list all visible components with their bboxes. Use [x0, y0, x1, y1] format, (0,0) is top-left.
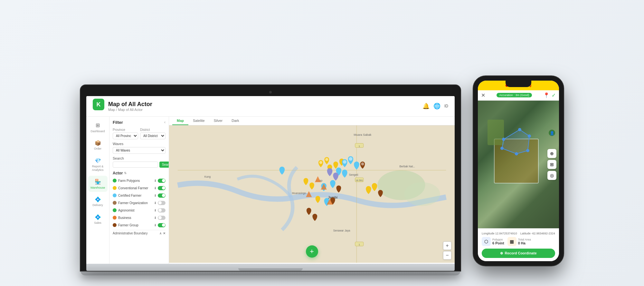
- actor-farmer-org-left: Farmer Organization: [113, 201, 148, 205]
- svg-text:Kung: Kung: [204, 175, 211, 178]
- phone-area-stat: ▦ Total Area 0 Ha: [507, 237, 531, 246]
- globe-icon[interactable]: 🌐: [433, 103, 440, 110]
- conventional-toggle[interactable]: [158, 186, 166, 190]
- language-label[interactable]: ID: [444, 104, 448, 108]
- svg-text:Berbak Nat...: Berbak Nat...: [400, 164, 415, 168]
- phone-map-orient-btn[interactable]: ⊕: [547, 149, 556, 158]
- phone-map[interactable]: 👤 ⊕ ⊞ ◎: [478, 101, 559, 228]
- map-fab[interactable]: +: [306, 245, 318, 258]
- search-button[interactable]: Search: [159, 162, 169, 168]
- actor-farmer-org: Farmer Organization ⬇: [113, 200, 166, 206]
- record-btn-label: Record Coordinate: [505, 251, 536, 255]
- polygon-icon: ⬡: [482, 237, 491, 246]
- filter-title: Filter: [113, 120, 123, 125]
- search-input[interactable]: [113, 162, 158, 168]
- phone-toolbar: ✕ Accuration : 3m (Good) 📍 ✓: [478, 90, 559, 101]
- sidebar-item-warehouse[interactable]: 🏪 Warehouse: [88, 176, 108, 192]
- business-download-icon[interactable]: ⬇: [154, 216, 156, 220]
- agronomist-name: Agronomist: [118, 209, 135, 212]
- map-area: Map Satelite Silver Dark: [169, 117, 455, 264]
- record-plus-icon: ⊕: [500, 251, 503, 255]
- area-value: 0 Ha: [518, 241, 531, 245]
- sidebar-item-sales[interactable]: 💠 Sales: [88, 211, 108, 227]
- district-select[interactable]: All District: [140, 133, 166, 139]
- admin-boundary-label: Administrative Boundary: [113, 232, 147, 235]
- svg-point-34: [500, 147, 504, 150]
- longitude-label: Longitude: [482, 232, 495, 235]
- certified-dot: [113, 193, 117, 197]
- certified-download-icon[interactable]: ⬇: [154, 194, 156, 197]
- filter-district-col: District All District: [140, 128, 166, 139]
- latitude-value: -62.9834692-2324: [531, 232, 555, 235]
- map-tab-map[interactable]: Map: [172, 117, 188, 125]
- agronomist-download-icon[interactable]: ⬇: [154, 209, 156, 212]
- notification-icon[interactable]: 🔔: [422, 103, 430, 110]
- phone-map-location-btn[interactable]: ◎: [547, 171, 556, 180]
- district-label: District: [140, 128, 166, 132]
- report-icon: 💎: [94, 157, 101, 164]
- phone-notch: [506, 81, 531, 87]
- app-title: Map of All Actor: [108, 101, 152, 108]
- header-icons: 🔔 🌐 ID: [422, 103, 448, 110]
- farmer-group-dot: [113, 223, 117, 227]
- sidebar-item-order[interactable]: 📦 Order: [88, 137, 108, 153]
- dashboard-icon: ⊞: [94, 122, 101, 129]
- svg-text:1: 1: [359, 144, 360, 147]
- farm-polygons-name: Farm Polygons: [118, 179, 140, 182]
- farmer-org-toggle[interactable]: [158, 201, 166, 205]
- farmer-org-dot: [113, 201, 117, 205]
- search-row: Search: [113, 162, 166, 168]
- svg-point-21: [343, 160, 346, 163]
- actor-agronomist-right: ⬇: [154, 208, 166, 212]
- filter-collapse-icon[interactable]: ‹: [164, 120, 166, 124]
- phone-check-icon[interactable]: ✓: [552, 92, 556, 98]
- farmer-group-download-icon[interactable]: ⬇: [154, 223, 156, 227]
- business-toggle[interactable]: [158, 216, 166, 220]
- app-logo: K: [93, 99, 104, 110]
- svg-point-2: [404, 182, 440, 206]
- farmer-group-toggle[interactable]: [158, 223, 166, 227]
- business-name: Business: [118, 216, 131, 220]
- business-dot: [113, 216, 117, 220]
- map-zoom-out[interactable]: −: [443, 251, 451, 260]
- sidebar-item-delivery[interactable]: 💠 Delivery: [88, 193, 108, 210]
- map-zoom-in[interactable]: +: [443, 242, 451, 250]
- laptop-foot: [80, 271, 460, 275]
- province-select[interactable]: All Province: [113, 133, 138, 139]
- conventional-download-icon[interactable]: ⬇: [154, 186, 156, 190]
- record-coordinate-button[interactable]: ⊕ Record Coordinate: [482, 249, 555, 258]
- phone-accuracy-badge: Accuration : 3m (Good): [497, 93, 532, 97]
- phone-screen: On Recording ✕ Accuration : 3m (Good) 📍 …: [478, 81, 559, 261]
- sidebar-item-report[interactable]: 💎 Report & Analytics: [88, 154, 108, 174]
- farm-polygons-toggle[interactable]: [158, 179, 166, 183]
- conventional-dot: [113, 186, 117, 190]
- svg-text:1: 1: [359, 243, 360, 246]
- svg-text:Sengeti: Sengeti: [349, 173, 358, 176]
- warehouse-icon: 🏪: [94, 178, 101, 185]
- phone-polygon-stat: ⬡ Polygon 6 Point: [482, 237, 504, 246]
- waves-select[interactable]: All Waves: [113, 147, 166, 154]
- actor-header: Actor ⇅: [113, 171, 166, 175]
- admin-boundary-up-icon[interactable]: ∧: [159, 232, 162, 235]
- phone-map-layers-btn[interactable]: ⊞: [547, 160, 556, 169]
- svg-marker-28: [502, 130, 529, 154]
- map-tab-dark[interactable]: Dark: [227, 117, 243, 125]
- actor-farm-polygons-right: ⬇: [154, 179, 166, 183]
- filter-header: Filter ‹: [113, 120, 166, 125]
- area-icon: ▦: [507, 237, 516, 246]
- map-tab-silver[interactable]: Silver: [209, 117, 227, 125]
- farmer-org-download-icon[interactable]: ⬇: [154, 201, 156, 205]
- phone-close-button[interactable]: ✕: [481, 92, 485, 98]
- polygon-label: Polygon: [492, 238, 504, 241]
- conventional-name: Conventional Farmer: [118, 186, 148, 190]
- agronomist-toggle[interactable]: [158, 208, 166, 212]
- phone-location-icon: 📍: [543, 92, 550, 98]
- svg-text:👤: 👤: [550, 131, 554, 135]
- latitude-label: Latitude: [520, 232, 531, 235]
- sidebar-item-dashboard[interactable]: ⊞ Dashboard: [88, 119, 108, 136]
- certified-toggle[interactable]: [158, 193, 166, 198]
- map-canvas[interactable]: 1 16.591 1 Muara Sabak Sengeti Kuap Muar…: [169, 125, 455, 263]
- map-tab-satellite[interactable]: Satelite: [188, 117, 209, 125]
- farm-polygons-download-icon[interactable]: ⬇: [154, 179, 156, 182]
- admin-boundary-close-icon[interactable]: ✕: [163, 232, 166, 235]
